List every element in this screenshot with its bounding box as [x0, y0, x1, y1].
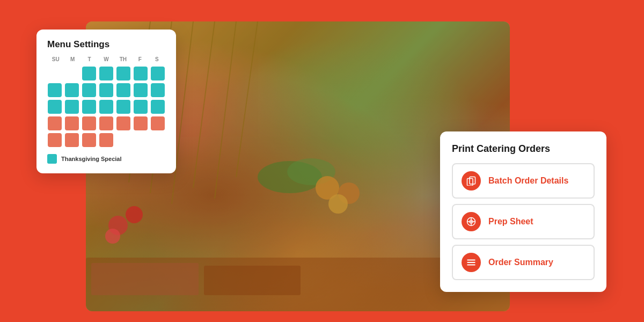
calendar-cell-r3-c1 [65, 116, 79, 130]
calendar-header-w: W [98, 55, 114, 63]
calendar-cell-r2-c5 [134, 100, 148, 114]
calendar-cell-r0-c2 [82, 67, 96, 80]
calendar-cell-r4-c1 [65, 133, 79, 147]
calendar-cell-r3-c5 [134, 116, 148, 130]
prep-sheet-button[interactable]: Prep Sheet [452, 204, 595, 239]
calendar-cell-r2-c3 [99, 100, 113, 114]
calendar-cell-r4-c5 [134, 133, 148, 147]
prep-sheet-label: Prep Sheet [488, 217, 533, 226]
menu-settings-card: Menu Settings SUMTWTHFS Thanksgiving Spe… [36, 30, 176, 173]
calendar-cell-r3-c3 [99, 116, 113, 130]
batch-order-details-button[interactable]: Batch Order Details [452, 163, 595, 199]
calendar-headers: SUMTWTHFS [47, 55, 165, 63]
print-catering-title: Print Catering Orders [452, 143, 595, 155]
calendar-header-f: F [131, 55, 148, 63]
order-summary-button[interactable]: Order Summary [452, 245, 595, 280]
calendar-cell-r1-c3 [99, 83, 113, 97]
calendar-header-th: TH [115, 55, 131, 63]
calendar-cell-r3-c0 [48, 116, 62, 130]
calendar-cell-r0-c4 [116, 67, 130, 80]
calendar-cell-r0-c0 [48, 67, 62, 80]
calendar-cell-r1-c5 [134, 83, 148, 97]
calendar-header-t: T [81, 55, 98, 63]
calendar-header-su: SU [47, 55, 64, 63]
order-summary-label: Order Summary [488, 258, 553, 267]
calendar-cell-r0-c1 [65, 67, 79, 80]
calendar-cell-r2-c2 [82, 100, 96, 114]
list-icon [462, 253, 481, 272]
calendar-cell-r3-c4 [116, 116, 130, 130]
calendar-cell-r2-c6 [151, 100, 165, 114]
print-catering-card: Print Catering Orders Batch Order Detail… [440, 131, 606, 292]
copy-icon [462, 171, 481, 191]
calendar-cell-r1-c0 [48, 83, 62, 97]
calendar-cell-r0-c6 [151, 67, 165, 80]
calendar-cell-r4-c3 [99, 133, 113, 147]
calendar-cell-r1-c6 [151, 83, 165, 97]
calendar-cell-r2-c0 [48, 100, 62, 114]
calendar-cell-r4-c2 [82, 133, 96, 147]
batch-order-details-label: Batch Order Details [488, 176, 568, 186]
calendar-grid [47, 66, 165, 148]
chart-icon [462, 212, 481, 231]
calendar-legend: Thanksgiving Special [47, 154, 165, 164]
calendar-cell-r4-c6 [151, 133, 165, 147]
calendar-cell-r2-c1 [65, 100, 79, 114]
calendar-cell-r4-c0 [48, 133, 62, 147]
calendar-cell-r3-c2 [82, 116, 96, 130]
menu-settings-title: Menu Settings [47, 39, 165, 50]
legend-color-box [47, 154, 57, 164]
legend-label: Thanksgiving Special [61, 156, 121, 162]
calendar-cell-r1-c4 [116, 83, 130, 97]
calendar-cell-r1-c2 [82, 83, 96, 97]
calendar-cell-r0-c3 [99, 67, 113, 80]
calendar-cell-r2-c4 [116, 100, 130, 114]
calendar-header-s: S [149, 55, 165, 63]
calendar-cell-r4-c4 [116, 133, 130, 147]
calendar-cell-r3-c6 [151, 116, 165, 130]
calendar-cell-r0-c5 [134, 67, 148, 80]
calendar-header-m: M [64, 55, 80, 63]
calendar-cell-r1-c1 [65, 83, 79, 97]
